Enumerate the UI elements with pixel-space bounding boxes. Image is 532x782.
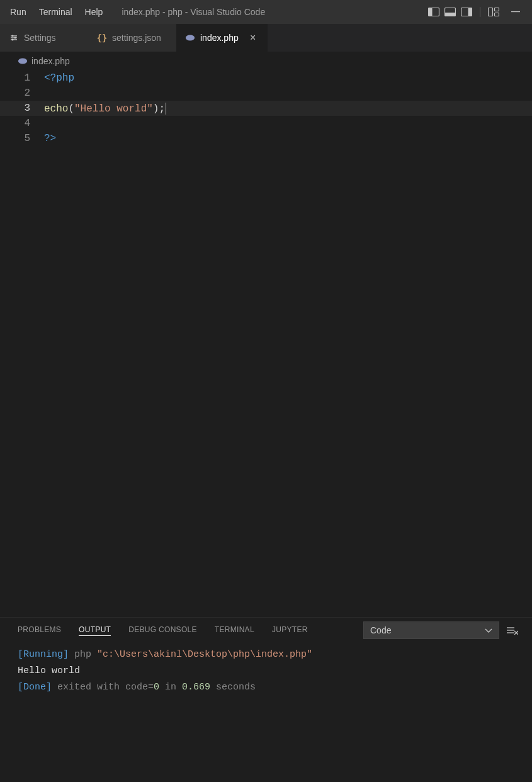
line-number: 2 [0, 88, 44, 99]
panel-tab-problems[interactable]: PROBLEMS [18, 625, 61, 635]
output-content[interactable]: [Running] php "c:\Users\akinl\Desktop\ph… [0, 643, 532, 782]
code-token: "Hello world" [74, 103, 153, 114]
tab-label: settings.json [112, 33, 161, 43]
svg-rect-9 [511, 11, 520, 12]
settings-icon [9, 33, 19, 43]
tab-settings-json[interactable]: {} settings.json [88, 24, 176, 52]
svg-rect-8 [495, 13, 499, 16]
tab-label: Settings [24, 33, 56, 43]
svg-point-13 [12, 35, 14, 37]
titlebar: Run Terminal Help index.php - php - Visu… [0, 0, 532, 24]
code-token: ?> [44, 133, 56, 144]
menu-terminal[interactable]: Terminal [33, 4, 79, 20]
breadcrumb[interactable]: index.php [0, 52, 532, 71]
code-token: ; [159, 103, 165, 114]
panel-tab-jupyter[interactable]: JUPYTER [272, 625, 308, 635]
layout-primary-sidebar-icon[interactable] [427, 6, 441, 18]
separator [480, 7, 480, 17]
svg-rect-1 [429, 8, 433, 16]
layout-panel-icon[interactable] [443, 6, 457, 18]
panel-tab-output[interactable]: OUTPUT [79, 625, 111, 636]
panel-tab-terminal[interactable]: TERMINAL [215, 625, 254, 635]
php-icon [185, 33, 195, 43]
php-icon [18, 56, 28, 66]
clear-output-icon[interactable] [506, 623, 519, 637]
breadcrumb-file: index.php [31, 56, 70, 66]
code-token: echo [44, 103, 68, 114]
close-icon[interactable]: × [247, 32, 259, 43]
window-title: index.php - php - Visual Studio Code [122, 7, 265, 17]
output-line: [Done] exited with code=0 in 0.669 secon… [18, 679, 514, 696]
menu-run[interactable]: Run [4, 4, 33, 20]
chevron-down-icon [485, 625, 492, 635]
code-token: ) [153, 103, 159, 114]
tab-index-php[interactable]: index.php × [176, 24, 268, 52]
code-token: ( [68, 103, 74, 114]
svg-rect-7 [495, 8, 499, 11]
svg-rect-6 [489, 8, 493, 16]
tab-label: index.php [200, 33, 239, 43]
tab-settings[interactable]: Settings [0, 24, 88, 52]
line-number: 5 [0, 133, 44, 144]
output-line: Hello world [18, 663, 514, 679]
svg-rect-3 [445, 13, 456, 16]
line-number: 4 [0, 118, 44, 129]
code-editor[interactable]: 1 <?php 2 3 echo("Hello world"); 4 5 ?> [0, 71, 532, 617]
layout-secondary-sidebar-icon[interactable] [460, 6, 473, 18]
json-icon: {} [97, 33, 107, 43]
panel-tabbar: PROBLEMS OUTPUT DEBUG CONSOLE TERMINAL J… [0, 618, 532, 643]
svg-point-16 [186, 35, 195, 41]
svg-point-14 [14, 37, 16, 39]
text-cursor [166, 103, 166, 115]
line-number: 1 [0, 72, 44, 84]
code-token: <?php [44, 72, 74, 84]
svg-point-17 [18, 59, 27, 64]
dropdown-value: Code [370, 625, 391, 635]
editor-tabbar: Settings {} settings.json index.php × [0, 24, 532, 52]
panel-tab-debug-console[interactable]: DEBUG CONSOLE [128, 625, 197, 635]
menu-help[interactable]: Help [79, 4, 110, 20]
line-number: 3 [0, 103, 44, 114]
output-line: [Running] php "c:\Users\akinl\Desktop\ph… [18, 647, 514, 663]
window-minimize-button[interactable] [503, 0, 528, 24]
svg-point-15 [12, 39, 14, 41]
svg-rect-5 [468, 8, 472, 16]
output-channel-dropdown[interactable]: Code [363, 621, 499, 639]
customize-layout-icon[interactable] [487, 6, 501, 18]
bottom-panel: PROBLEMS OUTPUT DEBUG CONSOLE TERMINAL J… [0, 617, 532, 782]
